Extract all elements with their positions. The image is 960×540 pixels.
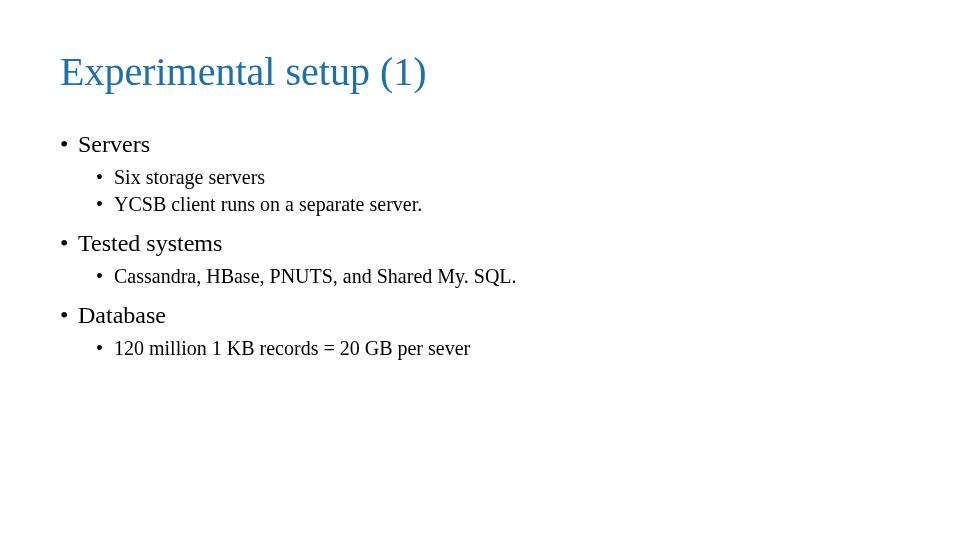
bullet-heading: Servers xyxy=(60,131,900,158)
section-tested-systems: Tested systems Cassandra, HBase, PNUTS, … xyxy=(60,230,900,288)
bullet-item: Six storage servers xyxy=(96,166,900,189)
slide: Experimental setup (1) Servers Six stora… xyxy=(0,0,960,360)
bullet-item: Cassandra, HBase, PNUTS, and Shared My. … xyxy=(96,265,900,288)
bullet-item: YCSB client runs on a separate server. xyxy=(96,193,900,216)
bullet-heading: Database xyxy=(60,302,900,329)
section-servers: Servers Six storage servers YCSB client … xyxy=(60,131,900,216)
slide-title: Experimental setup (1) xyxy=(60,48,900,95)
bullet-item: 120 million 1 KB records = 20 GB per sev… xyxy=(96,337,900,360)
section-database: Database 120 million 1 KB records = 20 G… xyxy=(60,302,900,360)
bullet-heading: Tested systems xyxy=(60,230,900,257)
